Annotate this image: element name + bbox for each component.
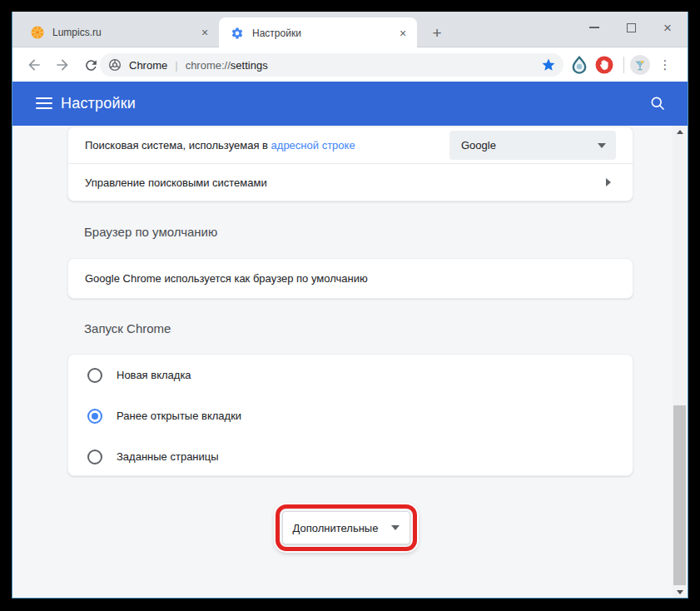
- tab-title: Lumpics.ru: [52, 27, 197, 38]
- search-icon[interactable]: [649, 95, 666, 112]
- startup-option-continue[interactable]: Ранее открытые вкладки: [68, 395, 633, 436]
- bookmark-star-icon[interactable]: [541, 57, 556, 72]
- avatar-cocktail-icon: [633, 58, 647, 72]
- url-scheme: chrome://: [186, 59, 231, 72]
- scroll-up-button[interactable]: [673, 126, 687, 137]
- forward-arrow-icon: [54, 57, 71, 73]
- scroll-down-button[interactable]: [673, 586, 687, 598]
- default-browser-card: Google Chrome используется как браузер п…: [67, 258, 633, 299]
- address-bar[interactable]: Chrome | chrome:// settings: [100, 53, 563, 77]
- startup-option-specific-pages[interactable]: Заданные страницы: [68, 436, 633, 477]
- close-button[interactable]: ×: [649, 16, 686, 39]
- new-tab-button[interactable]: +: [426, 22, 448, 44]
- settings-page-title: Настройки: [61, 95, 136, 112]
- url-separator: |: [175, 59, 177, 72]
- startup-option-new-tab[interactable]: Новая вкладка: [68, 355, 633, 395]
- startup-option-label: Новая вкладка: [117, 369, 191, 381]
- radio-on-icon[interactable]: [87, 409, 102, 424]
- tab-close-icon[interactable]: ×: [395, 26, 410, 41]
- browser-toolbar: Chrome | chrome:// settings ⋮: [12, 48, 688, 82]
- url-path: settings: [231, 59, 268, 72]
- advanced-settings-label: Дополнительные: [293, 522, 379, 534]
- tab-close-icon[interactable]: ×: [197, 25, 212, 40]
- close-icon: ×: [663, 21, 672, 35]
- maximize-icon: [627, 23, 636, 32]
- default-browser-status-row: Google Chrome используется как браузер п…: [68, 259, 633, 298]
- vpn-extension-icon[interactable]: [569, 55, 589, 75]
- address-bar-link[interactable]: адресной строке: [271, 139, 355, 152]
- window-controls: ×: [576, 16, 686, 39]
- default-browser-heading: Браузер по умолчанию: [84, 225, 217, 239]
- tab-settings[interactable]: Настройки ×: [219, 17, 417, 49]
- maximize-button[interactable]: [613, 16, 649, 39]
- triangle-up-icon: [677, 130, 683, 134]
- tab-lumpics[interactable]: Lumpics.ru ×: [19, 17, 219, 47]
- manage-search-engines-row[interactable]: Управление поисковыми системами: [68, 164, 633, 201]
- search-engine-select-value: Google: [461, 139, 496, 152]
- search-engine-label-text: Поисковая система, используемая в: [85, 139, 271, 152]
- lumpics-favicon-icon: [31, 26, 44, 39]
- advanced-settings-button[interactable]: Дополнительные: [282, 511, 410, 544]
- chevron-down-icon: [391, 525, 400, 530]
- manage-search-engines-label: Управление поисковыми системами: [85, 176, 267, 189]
- tab-strip: Lumpics.ru × Настройки × + ×: [12, 12, 688, 47]
- reload-button[interactable]: [79, 53, 102, 77]
- minimize-icon: [589, 27, 599, 28]
- search-engine-card: Поисковая система, используемая в адресн…: [67, 127, 633, 201]
- browser-window: Lumpics.ru × Настройки × + ×: [12, 12, 688, 599]
- toolbar-separator: [623, 57, 624, 73]
- triangle-down-icon: [677, 590, 683, 594]
- startup-card: Новая вкладка Ранее открытые вкладки Зад…: [67, 354, 633, 476]
- radio-off-icon[interactable]: [87, 450, 102, 464]
- site-label: Chrome: [129, 59, 167, 72]
- settings-header: Настройки: [12, 82, 688, 126]
- startup-option-label: Заданные страницы: [117, 450, 219, 463]
- chrome-page-icon: [108, 58, 122, 72]
- vertical-scrollbar[interactable]: [673, 126, 687, 598]
- forward-button[interactable]: [51, 53, 74, 77]
- startup-option-label: Ранее открытые вкладки: [117, 410, 241, 422]
- settings-gear-icon: [231, 27, 244, 40]
- profile-avatar[interactable]: [630, 55, 650, 75]
- reload-icon: [83, 57, 99, 73]
- adblock-hand-extension-icon[interactable]: [594, 55, 614, 75]
- hamburger-menu-icon[interactable]: [36, 97, 52, 109]
- back-arrow-icon: [26, 57, 42, 73]
- red-annotation-highlight: Дополнительные: [276, 504, 417, 551]
- radio-off-icon[interactable]: [87, 368, 102, 383]
- search-engine-row: Поисковая система, используемая в адресн…: [68, 127, 633, 164]
- tab-title: Настройки: [252, 27, 395, 39]
- default-browser-status: Google Chrome используется как браузер п…: [85, 272, 368, 285]
- chevron-right-icon: [606, 178, 611, 186]
- minimize-button[interactable]: [576, 16, 613, 39]
- settings-content: Поисковая система, используемая в адресн…: [12, 126, 688, 598]
- search-engine-select[interactable]: Google: [449, 131, 616, 160]
- chevron-down-icon: [598, 143, 606, 148]
- back-button[interactable]: [22, 53, 46, 77]
- scrollbar-thumb[interactable]: [673, 405, 686, 585]
- startup-heading: Запуск Chrome: [84, 321, 171, 335]
- search-engine-label: Поисковая система, используемая в адресн…: [85, 139, 355, 152]
- browser-menu-button[interactable]: ⋮: [655, 53, 675, 77]
